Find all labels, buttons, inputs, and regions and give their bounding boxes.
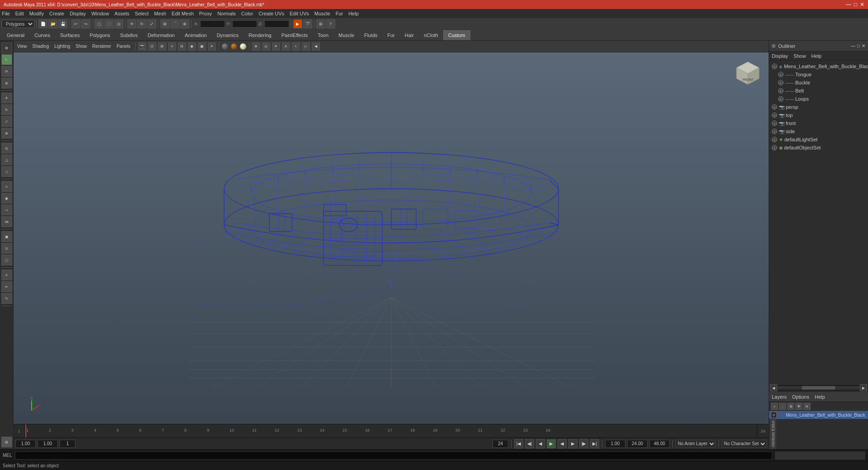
- go-start-btn[interactable]: |◀: [514, 439, 523, 448]
- menu-proxy[interactable]: Proxy: [199, 11, 212, 16]
- menu-display[interactable]: Display: [70, 11, 86, 16]
- vp-menu-lighting[interactable]: Lighting: [52, 44, 72, 49]
- layer-btn[interactable]: ≡: [1, 270, 12, 280]
- redo-btn[interactable]: ↪: [81, 19, 90, 28]
- vp-all-lights-btn[interactable]: ☀: [208, 42, 216, 51]
- vp-frame-btn[interactable]: ⊞: [158, 42, 166, 51]
- vis-icon-top[interactable]: [772, 112, 777, 118]
- vis-icon-loops[interactable]: [778, 96, 784, 102]
- menu-assets[interactable]: Assets: [114, 11, 129, 16]
- select-tool-btn[interactable]: ↖: [1, 54, 12, 65]
- mode-select[interactable]: Polygons: [2, 20, 34, 28]
- camera-btn[interactable]: ▢: [1, 255, 12, 265]
- render-btn[interactable]: ▶: [293, 19, 302, 28]
- timeline-track[interactable]: 1 2 3 4 5 6 7 8 9 10 11 12 13 14 15 16 1: [25, 424, 757, 437]
- save-btn[interactable]: 💾: [58, 19, 67, 28]
- range-start-input[interactable]: [15, 440, 36, 448]
- vis-icon-buckle[interactable]: [778, 80, 784, 85]
- layers-menu-options[interactable]: Options: [792, 394, 809, 400]
- range-current-input[interactable]: [38, 440, 58, 448]
- menu-help[interactable]: Help: [348, 11, 359, 16]
- menu-edit[interactable]: Edit: [15, 11, 24, 16]
- shelf-tab-rendering[interactable]: Rendering: [244, 30, 277, 40]
- open-btn[interactable]: 📂: [48, 19, 57, 28]
- snap-point-btn[interactable]: ⊕: [180, 19, 189, 28]
- menu-mesh[interactable]: Mesh: [154, 11, 166, 16]
- attribute-editor-tab[interactable]: Attribute Editor: [769, 419, 776, 449]
- delete-layer-btn[interactable]: -: [779, 403, 786, 410]
- scroll-right-btn[interactable]: ▶: [860, 384, 867, 391]
- gpu-cache-btn[interactable]: ▷: [302, 42, 310, 51]
- tree-item-side[interactable]: 📷 side: [769, 127, 868, 135]
- sculpt-btn[interactable]: △: [1, 154, 12, 165]
- menu-fur[interactable]: Fur: [336, 11, 343, 16]
- select-btn[interactable]: ▢: [94, 19, 103, 28]
- tree-item-loops[interactable]: —— Loops: [769, 95, 868, 103]
- vp-menu-show[interactable]: Show: [74, 44, 89, 49]
- h-scrollbar-track[interactable]: [777, 386, 860, 390]
- aa-btn[interactable]: A: [282, 42, 290, 51]
- shelf-tab-toon[interactable]: Toon: [313, 30, 333, 40]
- hud-btn[interactable]: ⊕: [252, 42, 260, 51]
- tree-item-root[interactable]: ◈ Mens_Leather_Belt_with_Buckle_Black: [769, 62, 868, 70]
- outliner-h-scrollbar[interactable]: ◀ ▶: [770, 385, 867, 391]
- move-btn[interactable]: ✛: [127, 19, 136, 28]
- viewport[interactable]: .w { fill: none; stroke: #2233bb; stroke…: [14, 52, 769, 424]
- shelf-tab-fluids[interactable]: Fluids: [359, 30, 382, 40]
- menu-select[interactable]: Select: [135, 11, 149, 16]
- vis-icon-root[interactable]: [772, 64, 777, 69]
- tree-item-buckle[interactable]: —— Buckle: [769, 79, 868, 87]
- paint-select-btn[interactable]: ⊛: [1, 78, 12, 88]
- snap-grid-btn[interactable]: ⊞: [160, 19, 169, 28]
- layer-vis-toggle[interactable]: V: [771, 412, 777, 418]
- layer-item-main[interactable]: V Mens_Leather_Belt_with_Buckle_Black_la…: [769, 411, 868, 419]
- vp-wire-btn[interactable]: ⊟: [178, 42, 186, 51]
- tree-item-belt[interactable]: —— Belt: [769, 87, 868, 95]
- paint-fx-btn[interactable]: ✏: [1, 281, 12, 292]
- play-total-end-input[interactable]: [649, 440, 670, 448]
- layers-menu-help[interactable]: Help: [815, 394, 825, 400]
- menu-edit-mesh[interactable]: Edit Mesh: [172, 11, 194, 16]
- isolate-btn[interactable]: ◎: [262, 42, 270, 51]
- lasso-tool-btn[interactable]: ⟳: [1, 66, 12, 77]
- menu-window[interactable]: Window: [91, 11, 109, 16]
- mel-input[interactable]: [15, 451, 772, 460]
- menu-create-uvs[interactable]: Create UVs: [258, 11, 284, 16]
- z-coord-input[interactable]: [264, 20, 289, 28]
- ambient-sphere[interactable]: [222, 43, 228, 50]
- layout-btn[interactable]: ⊞: [316, 19, 325, 28]
- quick-layout-btn[interactable]: ⊞: [1, 437, 12, 447]
- deform-btn[interactable]: ◇: [1, 166, 12, 177]
- scale-btn[interactable]: ⤢: [147, 19, 156, 28]
- play-btn[interactable]: ▶: [547, 439, 556, 448]
- layer-render-btn[interactable]: R: [803, 403, 811, 410]
- close-btn[interactable]: ✕: [860, 1, 864, 8]
- render-region-btn[interactable]: ▣: [1, 231, 12, 242]
- paint-btn[interactable]: ◎: [114, 19, 123, 28]
- vis-icon-default-light-set[interactable]: [772, 137, 777, 142]
- tree-item-default-object-set[interactable]: ⊕ defaultObjectSet: [769, 144, 868, 152]
- joint-btn[interactable]: ◉: [1, 193, 12, 204]
- curve-tool-btn[interactable]: ∿: [1, 181, 12, 192]
- next-frame-btn[interactable]: ▶: [568, 439, 577, 448]
- menu-color[interactable]: Color: [241, 11, 253, 16]
- tree-item-default-light-set[interactable]: ☀ defaultLightSet: [769, 135, 868, 144]
- vp-fit-btn[interactable]: ⊡: [148, 42, 156, 51]
- menu-muscle[interactable]: Muscle: [314, 11, 330, 16]
- bind-btn[interactable]: ⋈: [1, 216, 12, 227]
- outliner-menu-help[interactable]: Help: [812, 53, 822, 59]
- vp-menu-shading[interactable]: Shading: [31, 44, 51, 49]
- undo-btn[interactable]: ↩: [71, 19, 80, 28]
- vp-smooth-btn[interactable]: ◉: [188, 42, 196, 51]
- range-frame-input[interactable]: [60, 440, 75, 448]
- view-cube[interactable]: FRONT: [734, 60, 761, 87]
- scale-tool-btn[interactable]: ⤢: [1, 116, 12, 127]
- vp-menu-renderer[interactable]: Renderer: [90, 44, 113, 49]
- outliner-menu-show[interactable]: Show: [793, 53, 806, 59]
- next-keyframe-btn[interactable]: |▶: [579, 439, 588, 448]
- range-end-frame-input[interactable]: [493, 440, 508, 448]
- motion-blur-btn[interactable]: ≈: [292, 42, 300, 51]
- light-btn[interactable]: ⊙: [1, 243, 12, 254]
- prev-keyframe-btn[interactable]: ◀|: [525, 439, 534, 448]
- vp-grid-btn[interactable]: #: [168, 42, 176, 51]
